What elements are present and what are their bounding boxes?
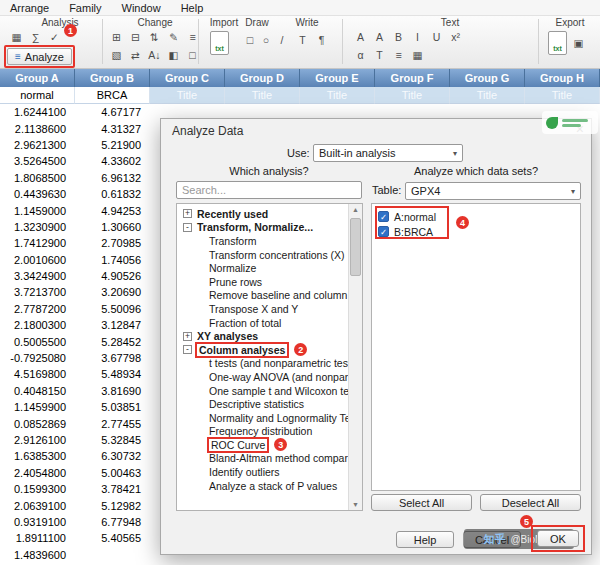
cell-group-a[interactable]: -0.7925080 xyxy=(0,350,75,366)
data-table-icon[interactable]: ▦ xyxy=(8,29,25,45)
export-txt-icon[interactable]: txt xyxy=(548,31,567,55)
cell-group-a[interactable]: 2.1800300 xyxy=(0,317,75,333)
help-button[interactable]: Help xyxy=(396,531,454,548)
column-header[interactable]: Group C xyxy=(150,69,225,87)
column-title-cell[interactable]: normal xyxy=(0,87,75,104)
cell-group-a[interactable]: 2.9126100 xyxy=(0,432,75,448)
cell-group-a[interactable]: 4.5169800 xyxy=(0,366,75,382)
dataset-item[interactable]: ✓ A:normal xyxy=(372,209,580,224)
cell-group-b[interactable] xyxy=(75,547,150,563)
analysis-tree-item[interactable]: Transpose X and Y xyxy=(177,302,348,316)
cell-group-a[interactable]: 0.4439630 xyxy=(0,186,75,202)
tree-scrollbar[interactable]: ▲ ▼ xyxy=(348,204,362,510)
cell-group-a[interactable]: 1.7412900 xyxy=(0,235,75,251)
sort-icon[interactable]: ⇅ xyxy=(146,29,163,45)
cell-group-b[interactable]: 5.00463 xyxy=(75,465,150,481)
cell-group-a[interactable]: 2.1138600 xyxy=(0,120,75,136)
column-title-cell[interactable]: BRCA xyxy=(75,87,150,104)
cell-group-b[interactable]: 3.81690 xyxy=(75,383,150,399)
cell-group-b[interactable]: 6.30732 xyxy=(75,448,150,464)
export-image-icon[interactable]: ▣ xyxy=(570,35,587,51)
insert-column-icon[interactable]: ⊞ xyxy=(108,29,125,45)
cell-group-b[interactable]: 5.50096 xyxy=(75,301,150,317)
dataset-item[interactable]: ✓ B:BRCA xyxy=(372,224,580,239)
clear-format-icon[interactable]: □ xyxy=(184,47,201,63)
swap-columns-icon[interactable]: ⇄ xyxy=(127,47,144,63)
analysis-tree-item[interactable]: ROC Curve 3 xyxy=(177,438,348,452)
superscript-icon[interactable]: x² xyxy=(447,29,464,45)
menu-item[interactable]: Family xyxy=(69,2,101,14)
column-header[interactable]: Group D xyxy=(225,69,300,87)
tree-expander-icon[interactable]: + xyxy=(183,209,192,218)
increase-font-icon[interactable]: A xyxy=(352,29,369,45)
column-title-cell[interactable]: Title xyxy=(225,87,300,104)
menu-item[interactable]: Help xyxy=(181,2,204,14)
column-title-cell[interactable]: Title xyxy=(300,87,375,104)
cell-group-a[interactable]: 1.6244100 xyxy=(0,104,75,120)
column-title-cell[interactable]: Title xyxy=(375,87,450,104)
analysis-tree-item[interactable]: Bland-Altman method comparison xyxy=(177,452,348,466)
cell-group-b[interactable]: 6.96132 xyxy=(75,170,150,186)
cell-group-a[interactable]: 2.4054800 xyxy=(0,465,75,481)
cell-group-b[interactable]: 1.74056 xyxy=(75,252,150,268)
cell-group-a[interactable]: 0.5005500 xyxy=(0,333,75,349)
analysis-tree-item[interactable]: Descriptive statistics xyxy=(177,397,348,411)
analysis-tree-item[interactable]: Remove baseline and column math xyxy=(177,289,348,303)
cell-group-b[interactable]: 4.90526 xyxy=(75,268,150,284)
cell-group-b[interactable]: 3.20690 xyxy=(75,284,150,300)
checkmark-icon[interactable]: ✓ xyxy=(46,29,63,45)
cell-group-a[interactable]: 1.1459900 xyxy=(0,399,75,415)
column-title-cell[interactable]: Title xyxy=(150,87,225,104)
cell-group-a[interactable]: 1.3230900 xyxy=(0,219,75,235)
italic-icon[interactable]: I xyxy=(409,29,426,45)
column-header[interactable]: Group G xyxy=(450,69,525,87)
cell-group-a[interactable]: 0.1599300 xyxy=(0,481,75,497)
menu-item[interactable]: Window xyxy=(122,2,161,14)
cell-group-a[interactable]: 3.7213700 xyxy=(0,284,75,300)
cell-group-a[interactable]: 0.9319100 xyxy=(0,514,75,530)
deselect-all-button[interactable]: Deselect All xyxy=(480,494,581,511)
column-header[interactable]: Group A xyxy=(0,69,75,87)
cell-group-a[interactable]: 0.0852869 xyxy=(0,415,75,431)
cell-group-b[interactable]: 5.03851 xyxy=(75,399,150,415)
ok-button[interactable]: OK xyxy=(537,530,579,547)
analysis-tree-item[interactable]: Fraction of total xyxy=(177,316,348,330)
analysis-tree-item[interactable]: One-way ANOVA (and nonparametric or xyxy=(177,370,348,384)
cell-group-a[interactable]: 2.0010600 xyxy=(0,252,75,268)
line-tool-icon[interactable]: / xyxy=(275,32,289,48)
cell-group-b[interactable]: 4.67177 xyxy=(75,104,150,120)
tree-expander-icon[interactable]: - xyxy=(183,223,192,232)
cell-group-b[interactable]: 5.12982 xyxy=(75,497,150,513)
paint-icon[interactable]: ◧ xyxy=(165,47,182,63)
analysis-tree-item[interactable]: + Recently used xyxy=(177,207,348,221)
analysis-tree-item[interactable]: - Transform, Normalize... xyxy=(177,221,348,235)
text-color-icon[interactable]: T xyxy=(371,47,388,63)
align-icon[interactable]: ≡ xyxy=(390,47,407,63)
cell-group-a[interactable]: 1.8911100 xyxy=(0,530,75,546)
decrease-font-icon[interactable]: A xyxy=(371,29,388,45)
cell-group-a[interactable]: 3.3424900 xyxy=(0,268,75,284)
cell-group-b[interactable]: 2.70985 xyxy=(75,235,150,251)
sort-az-icon[interactable]: A↓ xyxy=(146,47,163,63)
cell-group-b[interactable]: 1.30660 xyxy=(75,219,150,235)
cell-group-b[interactable]: 4.31327 xyxy=(75,120,150,136)
scroll-down-icon[interactable]: ▼ xyxy=(349,501,362,508)
cell-group-b[interactable]: 0.61832 xyxy=(75,186,150,202)
underline-icon[interactable]: U xyxy=(428,29,445,45)
cell-group-b[interactable]: 3.78421 xyxy=(75,481,150,497)
analysis-tree-item[interactable]: - Column analyses 2 xyxy=(177,343,348,357)
tree-expander-icon[interactable]: + xyxy=(183,332,192,341)
cell-group-a[interactable]: 1.1459000 xyxy=(0,202,75,218)
rectangle-tool-icon[interactable]: □ xyxy=(243,32,257,48)
column-header[interactable]: Group E xyxy=(300,69,375,87)
table-dropdown[interactable]: GPX4 ▾ xyxy=(405,182,581,200)
cell-group-b[interactable]: 5.28452 xyxy=(75,333,150,349)
scrollbar-thumb[interactable] xyxy=(350,218,361,276)
cell-group-a[interactable]: 0.4048150 xyxy=(0,383,75,399)
cell-group-b[interactable]: 5.32845 xyxy=(75,432,150,448)
stats-sigma-icon[interactable]: ∑ xyxy=(27,29,44,45)
delete-column-icon[interactable]: ⊟ xyxy=(127,29,144,45)
tree-expander-icon[interactable]: - xyxy=(183,345,192,354)
analysis-tree-item[interactable]: Prune rows xyxy=(177,275,348,289)
cell-group-a[interactable]: 3.5264500 xyxy=(0,153,75,169)
